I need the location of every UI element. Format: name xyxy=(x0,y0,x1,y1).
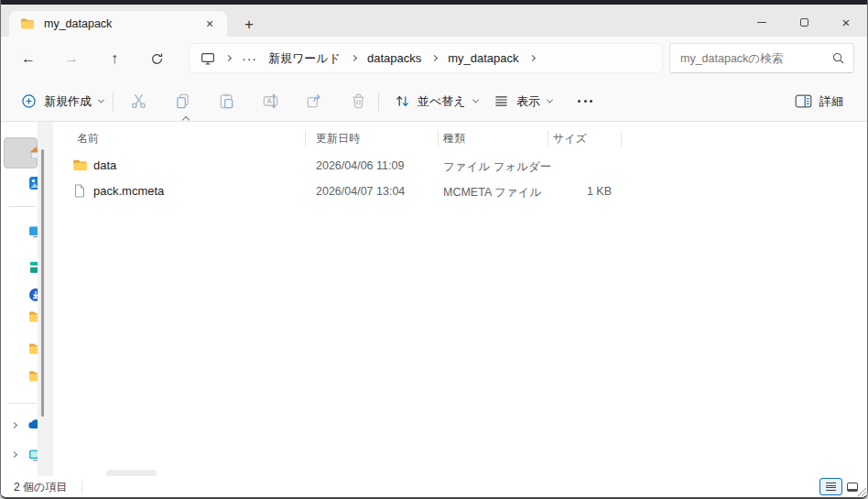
search-box xyxy=(669,43,854,73)
folder-icon xyxy=(20,16,35,31)
share-icon xyxy=(306,92,323,110)
this-pc-monitor-icon[interactable] xyxy=(201,51,215,66)
navigation-pane xyxy=(1,122,53,476)
folder-icon xyxy=(72,157,88,173)
list-view-icon xyxy=(826,482,836,492)
maximize-button[interactable] xyxy=(783,7,825,37)
toolbar-separator xyxy=(113,92,114,111)
plus-circle-icon xyxy=(21,93,37,109)
tab-my-datapack[interactable]: my_datapack × xyxy=(9,11,227,37)
refresh-icon xyxy=(150,52,164,66)
item-count-label: 2 個の項目 xyxy=(14,480,67,495)
sidebar-divider xyxy=(8,206,36,207)
breadcrumb-item-my-datapack[interactable]: my_datapack xyxy=(448,51,518,65)
details-pane-button[interactable]: 詳細 xyxy=(786,88,852,114)
view-button-label: 表示 xyxy=(516,93,540,110)
view-button[interactable]: 表示 xyxy=(484,88,561,114)
statusbar-separator xyxy=(81,480,82,494)
breadcrumb: ··· 新規ワールド datapacks my_datapack xyxy=(189,43,663,73)
copy-button[interactable] xyxy=(164,88,201,114)
sort-button[interactable]: 並べ替え xyxy=(385,88,487,114)
paste-icon xyxy=(218,92,235,110)
window-controls: × xyxy=(741,7,867,37)
copy-icon xyxy=(174,92,191,110)
chevron-down-icon xyxy=(98,97,104,103)
search-input[interactable] xyxy=(670,44,853,72)
minimize-button[interactable] xyxy=(741,7,783,37)
paste-button[interactable] xyxy=(208,88,244,114)
rename-button[interactable] xyxy=(252,88,288,114)
status-bar: 2 個の項目 xyxy=(1,476,867,497)
details-pane-icon xyxy=(795,94,812,108)
column-separator[interactable] xyxy=(305,130,306,146)
sidebar-scrollbar-track[interactable] xyxy=(38,122,53,476)
close-window-button[interactable]: × xyxy=(825,7,867,37)
column-header-name[interactable]: 名前 xyxy=(77,131,99,146)
trash-icon xyxy=(350,92,367,110)
column-separator[interactable] xyxy=(548,130,548,146)
resize-grip[interactable] xyxy=(856,486,867,497)
column-separator[interactable] xyxy=(621,130,622,146)
tab-bar: my_datapack × + × xyxy=(1,5,867,37)
up-button[interactable]: ↑ xyxy=(100,44,129,73)
forward-button[interactable]: → xyxy=(57,44,86,73)
new-tab-button[interactable]: + xyxy=(237,13,261,37)
file-explorer-window: my_datapack × + × ← → ↑ xyxy=(0,0,868,499)
search-icon[interactable] xyxy=(831,51,845,65)
chevron-down-icon xyxy=(547,97,553,103)
tab-title: my_datapack xyxy=(44,17,112,30)
breadcrumb-overflow-button[interactable]: ··· xyxy=(242,51,257,66)
file-size: 1 KB xyxy=(538,185,612,198)
delete-button[interactable] xyxy=(340,88,376,114)
file-list: 名前 更新日時 種類 サイズ data 2026/04/06 11:09 ファイ… xyxy=(53,122,867,476)
breadcrumb-item-world[interactable]: 新規ワールド xyxy=(268,50,341,67)
file-name: pack.mcmeta xyxy=(93,184,164,198)
share-button[interactable] xyxy=(296,88,332,114)
fading-scrollbar-thumb[interactable] xyxy=(106,470,157,476)
new-button[interactable]: 新規作成 xyxy=(12,88,113,114)
expand-chevron-icon[interactable] xyxy=(11,422,17,428)
refresh-button[interactable] xyxy=(142,44,171,73)
scissors-icon xyxy=(130,92,147,110)
column-separator[interactable] xyxy=(438,130,439,146)
close-tab-icon[interactable]: × xyxy=(201,16,218,31)
new-button-label: 新規作成 xyxy=(44,93,92,110)
back-button[interactable]: ← xyxy=(14,44,43,73)
file-modified: 2026/04/07 13:04 xyxy=(316,185,405,198)
breadcrumb-chevron-icon[interactable] xyxy=(528,55,535,61)
breadcrumb-item-datapacks[interactable]: datapacks xyxy=(367,51,421,65)
sidebar-scrollbar-thumb[interactable] xyxy=(41,149,44,417)
minimize-icon xyxy=(757,22,766,23)
cut-button[interactable] xyxy=(120,88,157,114)
maximize-icon xyxy=(800,18,808,27)
column-header-type[interactable]: 種類 xyxy=(443,131,465,146)
table-row-pack-mcmeta[interactable]: pack.mcmeta 2026/04/07 13:04 MCMETA ファイル… xyxy=(55,178,858,203)
file-modified: 2026/04/06 11:09 xyxy=(316,159,404,172)
chevron-down-icon xyxy=(472,97,479,103)
toolbar-separator xyxy=(378,92,379,111)
navigation-bar: ← → ↑ ··· 新規ワールド datapacks my_datapack xyxy=(1,37,867,81)
file-type: ファイル フォルダー xyxy=(443,159,551,175)
sort-button-label: 並べ替え xyxy=(418,93,466,110)
column-header-size[interactable]: サイズ xyxy=(553,131,587,146)
column-header-modified[interactable]: 更新日時 xyxy=(316,131,360,146)
close-icon: × xyxy=(842,16,851,29)
sidebar-divider xyxy=(8,403,36,404)
expand-chevron-icon[interactable] xyxy=(11,451,17,458)
rename-icon xyxy=(262,92,279,110)
details-pane-label: 詳細 xyxy=(819,93,843,110)
breadcrumb-chevron-icon[interactable] xyxy=(351,55,357,61)
view-lines-icon xyxy=(494,93,509,109)
table-row-data-folder[interactable]: data 2026/04/06 11:09 ファイル フォルダー xyxy=(55,152,858,178)
column-headers: 名前 更新日時 種類 サイズ xyxy=(53,128,867,148)
content-area: 名前 更新日時 種類 サイズ data 2026/04/06 11:09 ファイ… xyxy=(1,122,867,476)
breadcrumb-chevron-icon[interactable] xyxy=(431,55,438,61)
sort-arrows-icon xyxy=(395,93,410,109)
ellipsis-icon xyxy=(578,100,592,103)
command-bar: 新規作成 xyxy=(1,81,867,122)
file-type: MCMETA ファイル xyxy=(443,185,541,201)
breadcrumb-chevron-icon[interactable] xyxy=(225,55,232,61)
file-icon xyxy=(72,183,87,199)
details-view-toggle[interactable] xyxy=(819,478,842,495)
more-options-button[interactable] xyxy=(567,88,603,114)
